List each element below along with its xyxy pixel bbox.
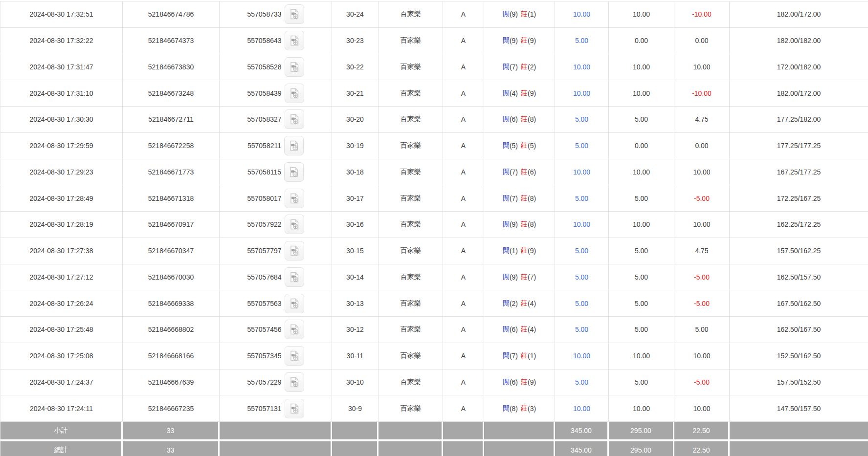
- bet-amount-link[interactable]: 5.00: [575, 247, 588, 255]
- banker-score: (5): [528, 142, 536, 150]
- cell-result: 閒(7) 莊(8): [484, 185, 555, 211]
- banker-score: (6): [528, 168, 536, 176]
- bet-amount-link[interactable]: 5.00: [575, 37, 588, 44]
- cell-bet-time: 2024-08-30 17:29:23: [0, 159, 123, 185]
- cell-game-number: 557057684: [220, 264, 332, 290]
- cell-order-number: 521846673248: [123, 80, 220, 106]
- cell-bet-time: 2024-08-30 17:24:11: [0, 395, 123, 421]
- banker-score: (9): [528, 247, 536, 255]
- bet-amount-link[interactable]: 10.00: [573, 10, 590, 18]
- player-result-label: 閒: [503, 10, 510, 19]
- cell-balance: 162.50/157.50: [730, 264, 868, 290]
- game-number: 557058528: [247, 63, 281, 71]
- total-empty-round: [332, 441, 378, 456]
- video-replay-button[interactable]: [285, 241, 304, 261]
- video-replay-button[interactable]: [284, 136, 304, 155]
- subtotal-empty-balance: [730, 422, 868, 439]
- bet-amount-link[interactable]: 10.00: [573, 63, 590, 71]
- cell-bet-time: 2024-08-30 17:27:12: [0, 264, 123, 290]
- video-replay-button[interactable]: [285, 57, 304, 77]
- cell-game-number: 557058211: [220, 133, 332, 159]
- video-replay-icon: [289, 61, 300, 73]
- player-result-label: 閒: [503, 378, 510, 387]
- cell-game-type: 百家樂: [378, 212, 443, 238]
- cell-order-number: 521846671318: [123, 185, 220, 211]
- player-result-label: 閒: [503, 168, 510, 176]
- bet-amount-link[interactable]: 10.00: [573, 168, 590, 176]
- cell-bet-amount: 10.00: [555, 1, 609, 27]
- bet-amount-link[interactable]: 10.00: [573, 352, 590, 360]
- cell-bet-amount: 5.00: [555, 369, 609, 395]
- video-replay-button[interactable]: [285, 84, 304, 103]
- table-row: 2024-08-30 17:25:48 521846668802 5570574…: [0, 317, 868, 343]
- video-replay-button[interactable]: [285, 4, 304, 24]
- player-result-label: 閒: [503, 351, 510, 360]
- player-score: (9): [510, 273, 518, 281]
- cell-bet-amount: 5.00: [555, 185, 609, 211]
- cell-game-number: 557057563: [220, 290, 332, 316]
- cell-game-number: 557058733: [220, 1, 332, 27]
- banker-result-label: 莊: [521, 378, 528, 387]
- cell-bet-amount: 5.00: [555, 290, 609, 316]
- table-row: 2024-08-30 17:30:30 521846672711 5570583…: [0, 107, 868, 133]
- video-replay-button[interactable]: [285, 267, 304, 287]
- video-replay-button[interactable]: [285, 399, 304, 418]
- banker-result-label: 莊: [521, 194, 528, 203]
- cell-win-loss: 10.00: [674, 159, 730, 185]
- cell-balance: 167.50/162.50: [730, 290, 868, 316]
- bet-amount-link[interactable]: 5.00: [575, 326, 588, 333]
- table-row: 2024-08-30 17:26:24 521846669338 5570575…: [0, 290, 868, 317]
- cell-game-number: 557058327: [220, 107, 332, 132]
- bet-amount-link[interactable]: 5.00: [575, 378, 588, 386]
- video-replay-button[interactable]: [285, 109, 304, 129]
- cell-win-loss: 4.75: [674, 107, 730, 132]
- player-score: (1): [510, 247, 518, 255]
- table-row: 2024-08-30 17:28:49 521846671318 5570580…: [0, 185, 868, 212]
- cell-bet-amount: 5.00: [555, 107, 609, 132]
- video-replay-button[interactable]: [285, 346, 304, 366]
- bet-amount-link[interactable]: 5.00: [575, 115, 588, 123]
- bet-amount-link[interactable]: 5.00: [575, 195, 588, 202]
- cell-win-loss: 0.00: [674, 28, 730, 54]
- video-replay-button[interactable]: [285, 294, 304, 313]
- bet-amount-link[interactable]: 10.00: [573, 405, 590, 413]
- cell-result: 閒(6) 莊(4): [484, 317, 555, 343]
- player-result-label: 閒: [503, 115, 510, 124]
- bet-amount-link[interactable]: 5.00: [575, 300, 588, 307]
- cell-valid-bet: 0.00: [609, 28, 674, 54]
- game-number: 557058211: [247, 142, 281, 150]
- video-replay-button[interactable]: [285, 320, 304, 339]
- cell-bet-time: 2024-08-30 17:24:37: [0, 369, 123, 395]
- cell-game-number: 557057456: [220, 317, 332, 343]
- video-replay-button[interactable]: [285, 372, 304, 392]
- cell-result: 閒(9) 莊(1): [484, 1, 555, 27]
- video-replay-button[interactable]: [285, 189, 304, 208]
- banker-score: (8): [528, 115, 536, 123]
- cell-bet-time: 2024-08-30 17:25:48: [0, 317, 123, 343]
- player-result-label: 閒: [503, 273, 510, 282]
- cell-game-number: 557057229: [220, 369, 332, 395]
- player-result-label: 閒: [503, 325, 510, 334]
- bet-amount-link[interactable]: 10.00: [573, 89, 590, 97]
- cell-game-type: 百家樂: [378, 290, 443, 316]
- cell-order-number: 521846674373: [123, 28, 220, 54]
- cell-balance: 167.25/177.25: [730, 159, 868, 185]
- player-score: (7): [510, 195, 518, 202]
- bet-amount-link[interactable]: 10.00: [573, 220, 590, 228]
- cell-bet-amount: 10.00: [555, 54, 609, 80]
- cell-game-type: 百家樂: [378, 317, 443, 343]
- video-replay-icon: [289, 324, 300, 335]
- cell-table: A: [443, 395, 484, 421]
- player-score: (6): [510, 326, 518, 333]
- bet-amount-link[interactable]: 5.00: [575, 273, 588, 281]
- cell-bet-time: 2024-08-30 17:27:38: [0, 238, 123, 264]
- banker-score: (8): [528, 195, 536, 202]
- video-replay-button[interactable]: [285, 215, 304, 234]
- game-number: 557057563: [247, 300, 281, 307]
- video-replay-button[interactable]: [285, 31, 304, 50]
- video-replay-button[interactable]: [284, 162, 304, 182]
- video-replay-icon: [289, 271, 300, 283]
- bet-amount-link[interactable]: 5.00: [575, 142, 588, 150]
- cell-game-number: 557057131: [220, 395, 332, 421]
- video-replay-icon: [289, 376, 300, 388]
